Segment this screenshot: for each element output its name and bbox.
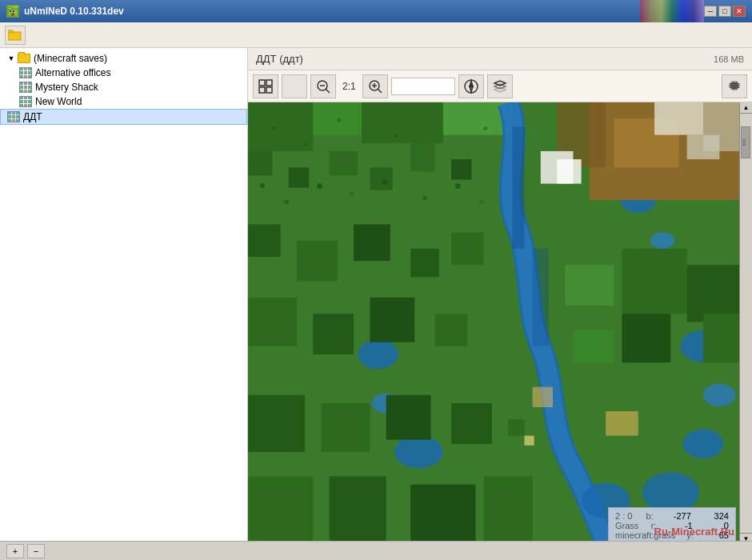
- close-button[interactable]: ✕: [733, 6, 746, 17]
- main-layout: ▼ (Minecraft saves) Alternative offices: [0, 48, 752, 541]
- svg-rect-82: [260, 184, 264, 188]
- svg-rect-7: [259, 80, 265, 86]
- svg-rect-51: [557, 159, 581, 183]
- maximize-button[interactable]: □: [718, 6, 731, 17]
- svg-rect-61: [248, 395, 305, 452]
- svg-rect-10: [266, 87, 272, 93]
- svg-rect-90: [565, 265, 614, 306]
- svg-rect-65: [508, 419, 524, 435]
- svg-rect-55: [410, 249, 439, 278]
- svg-rect-83: [285, 200, 289, 204]
- svg-rect-81: [484, 126, 487, 130]
- svg-rect-80: [394, 135, 397, 138]
- svg-rect-4: [11, 13, 14, 16]
- svg-rect-68: [410, 485, 475, 541]
- svg-line-13: [326, 89, 330, 93]
- svg-rect-57: [248, 298, 297, 346]
- tree-item-label: New World: [35, 96, 82, 107]
- svg-rect-42: [410, 143, 434, 172]
- svg-rect-1: [8, 7, 12, 10]
- scroll-up-btn[interactable]: ▲: [740, 102, 752, 114]
- tree-root-label: (Minecraft saves): [34, 53, 107, 64]
- svg-point-28: [358, 340, 398, 370]
- svg-rect-92: [512, 126, 524, 248]
- svg-rect-91: [573, 330, 614, 363]
- statusbar: + −: [0, 541, 752, 560]
- titlebar: uNmINeD 0.10.331dev ─ □ ✕: [0, 0, 752, 22]
- svg-rect-2: [10, 10, 11, 12]
- y-label: y:: [686, 530, 694, 540]
- map-viewport[interactable]: ▲ ▼ 2 : 0 b: -277 324: [248, 102, 752, 541]
- svg-rect-88: [455, 184, 460, 189]
- r-val2: 0: [705, 521, 729, 530]
- svg-rect-9: [259, 87, 265, 93]
- map-container: ▲ ▼ 2 : 0 b: -277 324: [248, 102, 752, 541]
- svg-rect-25: [362, 102, 443, 143]
- content-area: ДДТ (ддт) 168 MB: [248, 48, 752, 541]
- scroll-down-btn[interactable]: ▼: [740, 533, 752, 541]
- scroll-thumb-v[interactable]: [741, 126, 750, 158]
- minimize-button[interactable]: ─: [704, 6, 717, 17]
- map-svg: [248, 102, 752, 541]
- svg-rect-64: [451, 403, 492, 444]
- open-folder-button[interactable]: [5, 26, 26, 45]
- tree-item-new-world[interactable]: New World: [0, 94, 247, 109]
- file-tree: ▼ (Minecraft saves) Alternative offices: [0, 48, 247, 128]
- search-input[interactable]: [391, 78, 455, 95]
- svg-rect-67: [330, 476, 386, 541]
- svg-rect-47: [654, 102, 703, 135]
- vertical-scrollbar[interactable]: ▲ ▼: [739, 102, 752, 541]
- tree-item-alternative-offices[interactable]: Alternative offices: [0, 66, 247, 80]
- add-button[interactable]: +: [6, 544, 24, 558]
- tree-item-ddt[interactable]: ДДТ: [0, 109, 247, 125]
- svg-rect-58: [313, 314, 354, 354]
- content-header: ДДТ (ддт) 168 MB: [248, 48, 752, 70]
- grid-button[interactable]: [253, 74, 278, 98]
- xy-label: 2 : 0: [615, 511, 632, 521]
- svg-rect-63: [386, 395, 431, 440]
- tree-item-label: ДДТ: [23, 111, 42, 122]
- svg-rect-60: [435, 314, 468, 346]
- map-icon: [19, 67, 32, 78]
- b-label: b:: [646, 511, 654, 521]
- svg-rect-3: [13, 10, 14, 12]
- svg-rect-79: [338, 118, 341, 122]
- app-title: uNmINeD 0.10.331dev: [24, 6, 124, 17]
- svg-rect-62: [321, 403, 370, 452]
- layers-button[interactable]: [487, 74, 513, 98]
- svg-rect-56: [451, 233, 484, 266]
- sidebar: ▼ (Minecraft saves) Alternative offices: [0, 48, 248, 541]
- tree-item-mystery-shack[interactable]: Mystery Shack: [0, 80, 247, 94]
- map-icon: [7, 111, 20, 122]
- tree-item-label: Alternative offices: [35, 67, 111, 78]
- svg-line-17: [378, 89, 382, 93]
- svg-point-34: [703, 384, 736, 406]
- svg-rect-86: [382, 180, 387, 185]
- svg-rect-52: [248, 224, 281, 257]
- svg-rect-43: [451, 159, 471, 179]
- svg-rect-59: [370, 298, 414, 342]
- svg-marker-20: [470, 86, 473, 92]
- svg-rect-78: [305, 143, 307, 146]
- zoom-out-button[interactable]: [310, 74, 336, 98]
- svg-rect-39: [289, 167, 309, 187]
- night-mode-button[interactable]: [282, 74, 307, 98]
- folder-icon: [18, 54, 30, 63]
- biome-label: Grass: [615, 521, 638, 530]
- settings-button[interactable]: [722, 74, 747, 98]
- scroll-grip: [742, 140, 746, 146]
- r-val1: -1: [669, 521, 693, 530]
- r-label: r:: [651, 521, 657, 530]
- zoom-in-button[interactable]: [362, 74, 388, 98]
- remove-button[interactable]: −: [27, 544, 45, 558]
- titlebar-left: uNmINeD 0.10.331dev: [6, 5, 124, 18]
- svg-rect-38: [248, 151, 272, 175]
- svg-rect-24: [313, 102, 362, 135]
- svg-rect-69: [484, 476, 533, 541]
- svg-marker-19: [470, 81, 473, 86]
- tree-root-item[interactable]: ▼ (Minecraft saves): [0, 51, 247, 66]
- svg-rect-87: [422, 196, 426, 200]
- compass-button[interactable]: [458, 74, 484, 98]
- tree-toggle-icon: ▼: [6, 54, 16, 63]
- map-toolbar: 2:1: [248, 70, 752, 102]
